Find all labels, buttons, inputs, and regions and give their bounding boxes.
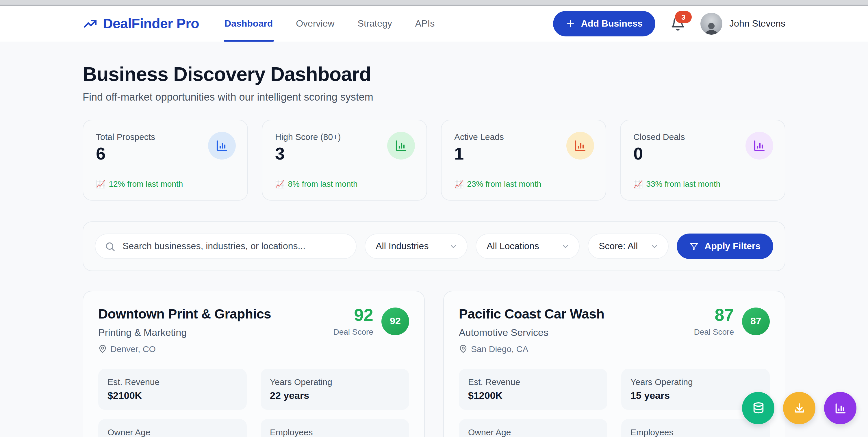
bar-chart-icon xyxy=(745,132,773,160)
page-title: Business Discovery Dashboard xyxy=(83,63,785,86)
floating-action-buttons xyxy=(742,392,857,424)
search-box xyxy=(95,233,356,259)
deal-score-label: Deal Score xyxy=(694,327,734,336)
apply-filters-button[interactable]: Apply Filters xyxy=(677,233,773,259)
page-subtitle: Find off-market opportunities with our i… xyxy=(83,91,785,103)
stat-trend-text: 8% from last month xyxy=(288,179,358,188)
nav-dashboard[interactable]: Dashboard xyxy=(224,6,273,42)
nav-overview[interactable]: Overview xyxy=(296,6,334,42)
stat-card-closed-deals: Closed Deals 0 📈 33% from last month xyxy=(620,120,785,200)
business-industry: Automotive Services xyxy=(459,327,604,339)
locations-select-value: All Locations xyxy=(487,241,539,251)
business-location-text: San Diego, CA xyxy=(471,344,528,354)
chevron-down-icon xyxy=(449,242,458,251)
metric-owner-age: Owner Age 71 years xyxy=(98,419,247,437)
notification-count-badge: 3 xyxy=(675,11,692,23)
download-icon xyxy=(793,401,806,415)
metric-label: Owner Age xyxy=(468,427,598,437)
stat-card-high-score: High Score (80+) 3 📈 8% from last month xyxy=(262,120,427,200)
business-metrics: Est. Revenue $2100K Years Operating 22 y… xyxy=(98,369,409,437)
stat-trend: 📈 23% from last month xyxy=(454,179,593,188)
business-location: Denver, CO xyxy=(98,344,271,354)
download-fab-button[interactable] xyxy=(783,392,815,424)
deal-score-badge: 87 xyxy=(742,308,770,335)
stat-trend: 📈 8% from last month xyxy=(275,179,414,188)
plus-icon xyxy=(566,19,575,28)
metric-label: Employees xyxy=(270,427,400,437)
score-select[interactable]: Score: All xyxy=(588,233,669,259)
chart-increasing-icon: 📈 xyxy=(275,180,284,188)
metric-est-revenue: Est. Revenue $2100K xyxy=(98,369,247,410)
window-chrome-strip xyxy=(0,0,868,6)
user-menu[interactable]: John Stevens xyxy=(701,13,785,35)
deal-score-label: Deal Score xyxy=(333,327,373,336)
metric-employees: Employees 8 xyxy=(260,419,409,437)
metric-label: Employees xyxy=(630,427,761,437)
bar-chart-icon xyxy=(208,132,236,160)
bar-chart-icon xyxy=(387,132,415,160)
stat-trend: 📈 12% from last month xyxy=(96,179,235,188)
notifications-bell[interactable]: 3 xyxy=(670,16,685,31)
funnel-icon xyxy=(689,242,699,251)
stat-trend-text: 23% from last month xyxy=(467,179,541,188)
main-nav: Dashboard Overview Strategy APIs xyxy=(224,6,435,42)
bar-chart-icon xyxy=(834,401,847,415)
metric-label: Est. Revenue xyxy=(468,377,598,387)
metric-owner-age: Owner Age 68 years xyxy=(459,419,608,437)
business-name: Downtown Print & Graphics xyxy=(98,306,271,322)
search-icon xyxy=(104,241,116,252)
business-industry: Printing & Marketing xyxy=(98,327,271,339)
chart-increasing-icon: 📈 xyxy=(454,180,463,188)
chart-increasing-icon: 📈 xyxy=(96,180,105,188)
add-business-button[interactable]: Add Business xyxy=(553,11,655,36)
database-icon xyxy=(751,401,765,415)
business-metrics: Est. Revenue $1200K Years Operating 15 y… xyxy=(459,369,770,437)
app-viewport: DealFinder Pro Dashboard Overview Strate… xyxy=(0,0,868,437)
business-cards-row: Downtown Print & Graphics Printing & Mar… xyxy=(83,291,785,437)
logo-text: DealFinder Pro xyxy=(103,15,199,32)
database-fab-button[interactable] xyxy=(742,392,774,424)
metric-label: Owner Age xyxy=(107,427,238,437)
stat-trend-text: 33% from last month xyxy=(646,179,720,188)
business-name: Pacific Coast Car Wash xyxy=(459,306,604,322)
filter-bar: All Industries All Locations Score: All xyxy=(83,221,785,271)
app-logo[interactable]: DealFinder Pro xyxy=(83,15,199,32)
business-location: San Diego, CA xyxy=(459,344,604,354)
add-business-label: Add Business xyxy=(581,19,643,29)
metric-value: 22 years xyxy=(270,390,400,402)
chart-increasing-icon: 📈 xyxy=(633,180,643,188)
stat-trend-text: 12% from last month xyxy=(108,179,183,188)
avatar xyxy=(701,13,722,35)
metric-label: Years Operating xyxy=(630,377,761,387)
locations-select[interactable]: All Locations xyxy=(475,233,580,259)
metric-label: Est. Revenue xyxy=(107,377,238,387)
deal-score-badge: 92 xyxy=(381,308,409,335)
industries-select[interactable]: All Industries xyxy=(365,233,467,259)
score-select-value: Score: All xyxy=(599,241,638,251)
search-input[interactable] xyxy=(121,241,347,252)
map-pin-icon xyxy=(98,345,107,353)
stat-card-active-leads: Active Leads 1 📈 23% from last month xyxy=(441,120,606,200)
top-header: DealFinder Pro Dashboard Overview Strate… xyxy=(0,6,868,42)
bar-chart-icon xyxy=(566,132,594,160)
metric-years-operating: Years Operating 22 years xyxy=(260,369,409,410)
deal-score-value: 92 xyxy=(333,306,373,324)
stats-row: Total Prospects 6 📈 12% from last month … xyxy=(83,120,785,200)
metric-value: $2100K xyxy=(107,390,238,402)
nav-strategy[interactable]: Strategy xyxy=(358,6,392,42)
business-card-downtown-print: Downtown Print & Graphics Printing & Mar… xyxy=(83,291,425,437)
user-name: John Stevens xyxy=(729,19,785,29)
metric-est-revenue: Est. Revenue $1200K xyxy=(459,369,608,410)
deal-score-value: 87 xyxy=(694,306,734,324)
nav-apis[interactable]: APIs xyxy=(415,6,435,42)
stat-card-total-prospects: Total Prospects 6 📈 12% from last month xyxy=(83,120,248,200)
business-card-pacific-coast: Pacific Coast Car Wash Automotive Servic… xyxy=(443,291,785,437)
chevron-down-icon xyxy=(650,242,659,251)
stat-trend: 📈 33% from last month xyxy=(633,179,772,188)
apply-filters-label: Apply Filters xyxy=(705,241,761,251)
industries-select-value: All Industries xyxy=(376,241,429,251)
trending-up-icon xyxy=(83,16,98,31)
business-location-text: Denver, CO xyxy=(111,344,156,354)
chart-fab-button[interactable] xyxy=(824,392,857,424)
metric-value: $1200K xyxy=(468,390,598,402)
